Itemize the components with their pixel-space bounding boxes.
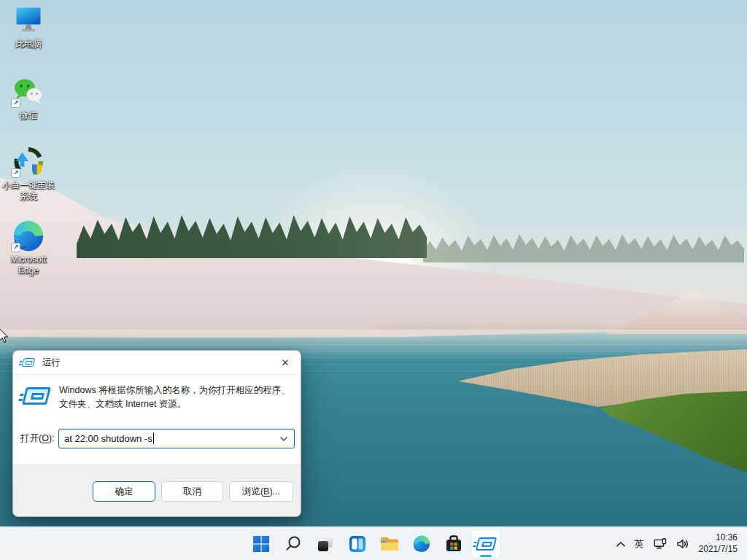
ethernet-icon <box>654 538 667 550</box>
shortcut-arrow-icon: ↗ <box>11 168 20 178</box>
run-app-button[interactable] <box>471 529 500 559</box>
shortcut-arrow-icon: ↗ <box>11 98 20 108</box>
ok-button[interactable]: 确定 <box>93 481 155 502</box>
edge-button[interactable] <box>407 529 436 559</box>
open-field-label: 打开(O): <box>20 432 58 445</box>
run-command-value: at 22:00 shutdown -s <box>64 433 152 444</box>
taskbar-center-icons <box>247 529 500 559</box>
desktop-icon-xiaobai-reinstall[interactable]: ↗ 小白一键重装系统 <box>1 146 56 202</box>
show-hidden-icons-button[interactable] <box>616 542 625 547</box>
mouse-cursor <box>0 328 9 344</box>
start-button[interactable] <box>247 529 276 559</box>
desktop-icon-wechat[interactable]: ↗ 微信 <box>1 76 56 121</box>
chevron-down-icon[interactable] <box>280 437 287 441</box>
windows-logo-icon <box>252 535 270 553</box>
desktop-icon-label: 小白一键重装系统 <box>1 180 56 202</box>
system-tray: 英 10:36 2021/7/15 <box>616 527 747 560</box>
folder-icon <box>380 535 399 553</box>
search-icon <box>285 535 302 553</box>
active-app-indicator <box>480 555 492 557</box>
clock[interactable]: 10:36 2021/7/15 <box>699 532 738 555</box>
desktop-icon-this-pc[interactable]: 此电脑 <box>1 4 56 50</box>
clock-date: 2021/7/15 <box>699 544 738 556</box>
clock-time: 10:36 <box>699 532 738 544</box>
store-icon <box>445 535 462 553</box>
run-command-input[interactable]: at 22:00 shutdown -s <box>58 429 295 448</box>
network-button[interactable] <box>654 538 667 550</box>
volume-button[interactable] <box>676 538 689 550</box>
run-dialog-description: Windows 将根据你所输入的名称，为你打开相应的程序、文件夹、文档或 Int… <box>59 384 294 412</box>
task-view-button[interactable] <box>311 529 340 559</box>
this-pc-icon <box>12 4 44 36</box>
chevron-up-icon <box>616 542 625 547</box>
speaker-icon <box>676 538 689 550</box>
task-view-icon <box>317 535 334 553</box>
run-dialog-titlebar[interactable]: 运行 ✕ <box>13 351 301 375</box>
file-explorer-button[interactable] <box>375 529 404 559</box>
text-caret <box>153 432 155 444</box>
search-button[interactable] <box>279 529 308 559</box>
run-icon <box>22 358 36 367</box>
widgets-icon <box>349 535 366 553</box>
cancel-button[interactable]: 取消 <box>161 481 223 502</box>
edge-icon <box>413 535 430 553</box>
widgets-button[interactable] <box>343 529 372 559</box>
run-icon <box>475 537 496 551</box>
run-icon-large <box>22 387 51 405</box>
desktop-icon-edge[interactable]: ↗ Microsoft Edge <box>1 220 56 276</box>
shortcut-arrow-icon: ↗ <box>11 243 20 252</box>
run-dialog-body: Windows 将根据你所输入的名称，为你打开相应的程序、文件夹、文档或 Int… <box>13 375 301 466</box>
desktop-icon-label: Microsoft Edge <box>1 254 56 276</box>
close-icon[interactable]: ✕ <box>273 351 298 373</box>
desktop-icon-label: 微信 <box>1 110 56 121</box>
browse-button[interactable]: 浏览(B)... <box>229 481 293 502</box>
ime-indicator[interactable]: 英 <box>635 537 644 551</box>
store-button[interactable] <box>439 529 468 559</box>
taskbar: 英 10:36 2021/7/15 <box>0 526 747 560</box>
run-dialog-footer: 确定 取消 浏览(B)... <box>13 464 301 516</box>
dialog-title: 运行 <box>42 357 61 369</box>
desktop-icon-label: 此电脑 <box>1 39 56 50</box>
run-dialog: 运行 ✕ Windows 将根据你所输入的名称，为你打开相应的程序、文件夹、文档… <box>12 350 301 517</box>
